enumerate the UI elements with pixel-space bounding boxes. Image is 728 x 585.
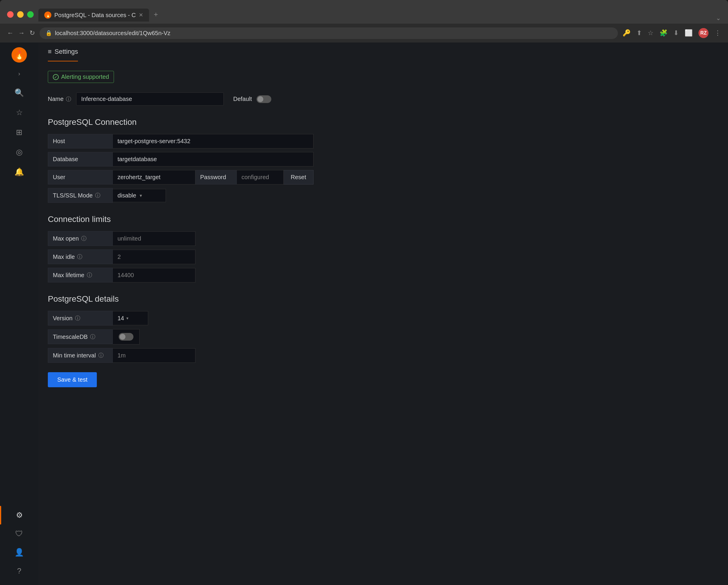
tls-row: TLS/SSL Mode ⓘ disable ▾: [48, 188, 313, 203]
default-label: Default: [233, 96, 252, 102]
menu-icon[interactable]: ⋮: [714, 29, 721, 37]
sidebar-toggle-icon[interactable]: ⬜: [684, 29, 693, 37]
max-idle-label: Max idle ⓘ: [48, 249, 113, 264]
min-time-info-icon: ⓘ: [98, 352, 104, 359]
timescaledb-toggle[interactable]: [119, 333, 133, 341]
save-btn-row: Save & test: [48, 372, 719, 387]
browser-window: 🔥 PostgreSQL - Data sources - C ✕ + ⌄ ← …: [0, 0, 728, 585]
max-idle-input[interactable]: [113, 250, 196, 264]
tab-bar: 🔥 PostgreSQL - Data sources - C ✕ + ⌄: [38, 7, 721, 22]
tls-select-value[interactable]: disable: [118, 192, 136, 199]
sidebar-item-shield[interactable]: 🛡: [0, 525, 38, 543]
tls-dropdown-arrow[interactable]: ▾: [140, 193, 142, 198]
user-avatar[interactable]: RZ: [699, 28, 708, 38]
name-input[interactable]: [76, 92, 224, 106]
sidebar-item-explore[interactable]: ◎: [0, 143, 38, 161]
sidebar-item-settings[interactable]: ⚙: [0, 506, 38, 525]
tls-label: TLS/SSL Mode ⓘ: [48, 188, 113, 203]
sidebar-collapse-button[interactable]: ›: [15, 67, 23, 80]
database-input[interactable]: [113, 152, 313, 166]
app-layout: 🔥 › 🔍 ☆ ⊞ ◎ 🔔 ⚙ 🛡: [0, 43, 728, 585]
sidebar-item-dashboards[interactable]: ⊞: [0, 123, 38, 142]
details-form: Version ⓘ 14 ▾ TimescaleDB ⓘ: [48, 311, 313, 363]
max-idle-row: Max idle ⓘ: [48, 249, 313, 264]
download-icon[interactable]: ⬇: [673, 29, 679, 37]
max-lifetime-input[interactable]: [113, 268, 196, 283]
expand-icon: ⌄: [716, 15, 721, 22]
password-placeholder: configured: [237, 170, 284, 184]
settings-tab-label: Settings: [55, 48, 78, 55]
name-label: Name ⓘ: [48, 96, 72, 103]
connection-section-header: PostgreSQL Connection: [48, 117, 719, 127]
traffic-lights: [7, 11, 34, 18]
version-label: Version ⓘ: [48, 311, 113, 325]
save-test-button[interactable]: Save & test: [48, 372, 97, 387]
help-icon: ?: [17, 566, 21, 576]
version-value: 14: [118, 315, 124, 322]
user-input[interactable]: [113, 170, 196, 184]
version-row: Version ⓘ 14 ▾: [48, 311, 313, 325]
tls-select-wrapper: disable ▾: [113, 189, 166, 202]
max-lifetime-info-icon: ⓘ: [87, 271, 92, 278]
close-button[interactable]: [7, 11, 14, 18]
host-label: Host: [48, 134, 113, 149]
grafana-logo[interactable]: 🔥: [11, 47, 27, 62]
version-select-wrapper[interactable]: 14 ▾: [113, 311, 148, 325]
max-lifetime-row: Max lifetime ⓘ: [48, 268, 313, 283]
host-row: Host: [48, 134, 313, 149]
sidebar-bottom: ⚙ 🛡 👤 ?: [0, 506, 38, 580]
tab-close-button[interactable]: ✕: [139, 12, 143, 18]
forward-button[interactable]: →: [18, 29, 25, 37]
minimize-button[interactable]: [17, 11, 24, 18]
check-circle-icon: ✓: [53, 74, 59, 80]
url-text: localhost:3000/datasources/edit/1Qw65n-V…: [55, 30, 170, 36]
reset-button[interactable]: Reset: [284, 170, 313, 184]
version-dropdown-arrow[interactable]: ▾: [126, 316, 128, 321]
timescaledb-label: TimescaleDB ⓘ: [48, 329, 113, 344]
max-open-info-icon: ⓘ: [81, 235, 86, 242]
min-time-input[interactable]: [113, 348, 196, 363]
tab-title: PostgreSQL - Data sources - C: [54, 12, 136, 19]
sidebar: 🔥 › 🔍 ☆ ⊞ ◎ 🔔 ⚙ 🛡: [0, 43, 38, 585]
user-password-row: User Password configured Reset: [48, 170, 313, 184]
extensions-icon[interactable]: 🧩: [659, 29, 668, 37]
settings-tab-icon: ≡: [48, 48, 52, 55]
share-icon[interactable]: ⬆: [636, 29, 642, 37]
details-section-header: PostgreSQL details: [48, 294, 719, 304]
database-label: Database: [48, 152, 113, 166]
maximize-button[interactable]: [27, 11, 34, 18]
default-toggle[interactable]: [257, 95, 271, 103]
search-icon: 🔍: [15, 88, 24, 98]
sidebar-item-alerts[interactable]: 🔔: [0, 163, 38, 181]
address-bar[interactable]: 🔒 localhost:3000/datasources/edit/1Qw65n…: [40, 27, 618, 39]
version-info-icon: ⓘ: [75, 315, 80, 322]
tls-info-icon: ⓘ: [95, 192, 100, 199]
sidebar-item-search[interactable]: 🔍: [0, 83, 38, 102]
sidebar-item-user[interactable]: 👤: [0, 543, 38, 562]
max-lifetime-label: Max lifetime ⓘ: [48, 268, 113, 283]
user-icon: 👤: [15, 548, 24, 557]
new-tab-button[interactable]: +: [149, 7, 163, 22]
lock-icon: 🔒: [46, 30, 52, 36]
sidebar-item-help[interactable]: ?: [0, 562, 38, 580]
name-info-icon: ⓘ: [66, 96, 71, 103]
sidebar-item-starred[interactable]: ☆: [0, 103, 38, 122]
dashboards-icon: ⊞: [16, 128, 22, 137]
explore-icon: ◎: [16, 148, 23, 157]
max-open-label: Max open ⓘ: [48, 231, 113, 246]
max-open-input[interactable]: [113, 232, 196, 246]
password-label: Password: [196, 170, 237, 184]
back-button[interactable]: ←: [7, 29, 14, 37]
host-input[interactable]: [113, 134, 313, 149]
reload-button[interactable]: ↻: [29, 29, 35, 37]
active-tab[interactable]: 🔥 PostgreSQL - Data sources - C ✕: [38, 8, 149, 22]
timescaledb-info-icon: ⓘ: [90, 333, 95, 340]
bookmark-icon[interactable]: ☆: [648, 29, 654, 37]
settings-tab[interactable]: ≡ Settings: [48, 43, 78, 61]
database-row: Database: [48, 152, 313, 166]
timescaledb-row: TimescaleDB ⓘ: [48, 329, 313, 344]
min-time-label: Min time interval ⓘ: [48, 348, 113, 363]
connection-form: Host Database User: [48, 134, 313, 203]
main-content: ≡ Settings ✓ Alerting supported Name ⓘ D…: [38, 43, 728, 585]
alerting-badge: ✓ Alerting supported: [48, 71, 114, 83]
